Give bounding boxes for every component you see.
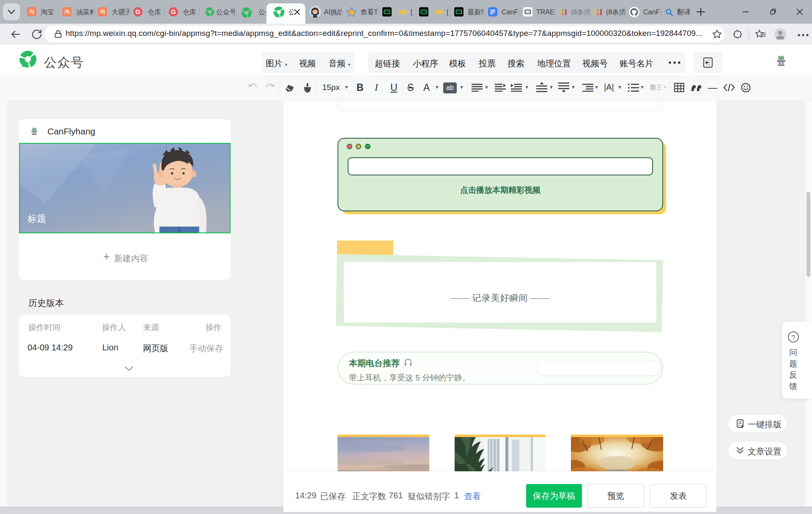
svg-text:?: ? bbox=[792, 334, 795, 341]
svg-text:标题: 标题 bbox=[27, 213, 46, 224]
